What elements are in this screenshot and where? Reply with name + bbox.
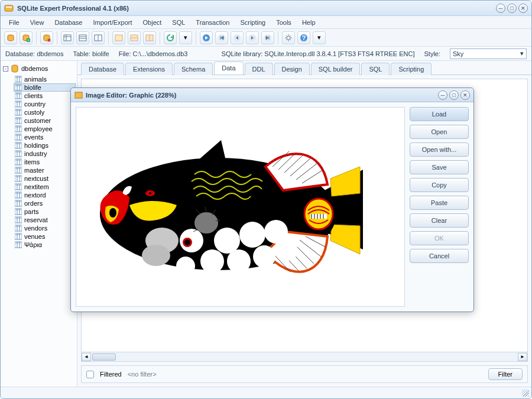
toolbar-table2[interactable] bbox=[76, 31, 89, 44]
menu-tools[interactable]: Tools bbox=[271, 17, 296, 28]
tab-design[interactable]: Design bbox=[274, 63, 310, 75]
tree-root[interactable]: - dbdemos bbox=[2, 63, 76, 74]
horizontal-scrollbar[interactable]: ◄ ► bbox=[82, 352, 527, 361]
menu-sql[interactable]: SQL bbox=[167, 17, 190, 28]
tab-ddl[interactable]: DDL bbox=[245, 63, 273, 75]
dialog-maximize-button[interactable]: □ bbox=[449, 90, 459, 100]
svg-rect-14 bbox=[115, 35, 122, 41]
dialog-copy-button[interactable]: Copy bbox=[410, 178, 469, 192]
tree-table-industry[interactable]: industry bbox=[14, 150, 76, 158]
svg-rect-9 bbox=[79, 35, 86, 41]
toolbar-view2[interactable] bbox=[128, 31, 141, 44]
toolbar-last[interactable] bbox=[261, 31, 274, 44]
dialog-cancel-button[interactable]: Cancel bbox=[410, 249, 469, 263]
toolbar-remove-db[interactable] bbox=[40, 31, 53, 44]
toolbar-help[interactable]: ? bbox=[297, 31, 310, 44]
svg-point-142 bbox=[214, 228, 240, 254]
menu-file[interactable]: File bbox=[4, 17, 24, 28]
svg-point-24 bbox=[287, 36, 290, 40]
style-dropdown[interactable]: Sky ▾ bbox=[450, 48, 527, 59]
window-buttons: ─ □ ✕ bbox=[496, 4, 528, 13]
menu-help[interactable]: Help bbox=[297, 17, 320, 28]
toolbar-refresh[interactable] bbox=[164, 31, 177, 44]
tree-table-Ψάρια[interactable]: Ψάρια bbox=[14, 241, 76, 249]
svg-rect-73 bbox=[15, 167, 22, 169]
tree-table-vendors[interactable]: vendors bbox=[14, 224, 76, 232]
filter-checkbox-label: Filtered bbox=[100, 371, 122, 378]
maximize-button[interactable]: □ bbox=[507, 4, 517, 13]
dialog-save-button[interactable]: Save bbox=[410, 160, 469, 174]
svg-rect-89 bbox=[15, 200, 22, 202]
toolbar-dropdown[interactable]: ▾ bbox=[313, 31, 326, 44]
dialog-open-with--button[interactable]: Open with... bbox=[410, 142, 469, 157]
menu-view[interactable]: View bbox=[25, 17, 49, 28]
tab-database[interactable]: Database bbox=[81, 63, 124, 75]
tree-table-clients[interactable]: clients bbox=[14, 92, 76, 100]
dialog-load-button[interactable]: Load bbox=[410, 107, 469, 121]
dialog-paste-button[interactable]: Paste bbox=[410, 196, 469, 210]
toolbar-first[interactable] bbox=[215, 31, 228, 44]
tree-table-custoly[interactable]: custoly bbox=[14, 108, 76, 116]
menu-transaction[interactable]: Transaction bbox=[191, 17, 234, 28]
minimize-button[interactable]: ─ bbox=[496, 4, 505, 13]
toolbar-play[interactable] bbox=[200, 31, 213, 44]
toolbar-table1[interactable] bbox=[61, 31, 74, 44]
tab-data[interactable]: Data bbox=[214, 61, 243, 74]
tab-scripting[interactable]: Scripting bbox=[391, 63, 432, 75]
close-button[interactable]: ✕ bbox=[518, 4, 528, 13]
tree-table-holdings[interactable]: holdings bbox=[14, 141, 76, 150]
tree-table-venues[interactable]: venues bbox=[14, 232, 76, 241]
toolbar-table3[interactable] bbox=[92, 31, 105, 44]
tree-table-employee[interactable]: employee bbox=[14, 125, 76, 133]
tree-table-nextord[interactable]: nextord bbox=[14, 191, 76, 199]
toolbar-open-db[interactable] bbox=[20, 31, 33, 44]
filter-button[interactable]: Filter bbox=[488, 368, 523, 380]
menu-import-export[interactable]: Import/Export bbox=[88, 17, 137, 28]
tree-table-nextcust[interactable]: nextcust bbox=[14, 174, 76, 183]
tree-table-customer[interactable]: customer bbox=[14, 116, 76, 125]
menu-database[interactable]: Database bbox=[50, 17, 87, 28]
tree-table-animals[interactable]: animals bbox=[14, 75, 76, 83]
toolbar-drop[interactable]: ▾ bbox=[179, 31, 192, 44]
tree-table-master[interactable]: master bbox=[14, 166, 76, 174]
svg-point-146 bbox=[227, 249, 251, 273]
resize-grip[interactable] bbox=[522, 390, 529, 397]
tree-table-items[interactable]: items bbox=[14, 158, 76, 166]
info-style-label: Style: bbox=[424, 50, 440, 57]
toolbar-next[interactable] bbox=[246, 31, 259, 44]
tab-sql[interactable]: SQL bbox=[361, 63, 390, 75]
tree-table-country[interactable]: country bbox=[14, 100, 76, 108]
menu-scripting[interactable]: Scripting bbox=[235, 17, 270, 28]
scroll-left-icon[interactable]: ◄ bbox=[82, 353, 91, 361]
scroll-thumb[interactable] bbox=[92, 353, 116, 361]
tree-table-events[interactable]: events bbox=[14, 133, 76, 141]
tree-table-parts[interactable]: parts bbox=[14, 207, 76, 216]
style-value: Sky bbox=[453, 50, 463, 57]
filter-checkbox[interactable] bbox=[86, 371, 94, 378]
toolbar-new-db[interactable] bbox=[4, 31, 17, 44]
dialog-minimize-button[interactable]: ─ bbox=[438, 90, 447, 100]
svg-point-127 bbox=[109, 208, 116, 218]
svg-rect-81 bbox=[15, 184, 22, 186]
tree-table-orders[interactable]: orders bbox=[14, 199, 76, 207]
tree-collapse-icon[interactable]: - bbox=[3, 66, 8, 72]
tree-table-reservat[interactable]: reservat bbox=[14, 216, 76, 224]
toolbar-prev[interactable] bbox=[231, 31, 244, 44]
tree-table-nextitem[interactable]: nextitem bbox=[14, 183, 76, 191]
window-title: SQLite Expert Professional 4.1 (x86) bbox=[17, 5, 496, 12]
toolbar-view1[interactable] bbox=[112, 31, 125, 44]
toolbar-settings[interactable] bbox=[282, 31, 295, 44]
tab-sql-builder[interactable]: SQL builder bbox=[311, 63, 361, 75]
image-canvas[interactable] bbox=[76, 107, 405, 307]
scroll-right-icon[interactable]: ► bbox=[518, 353, 527, 361]
menu-object[interactable]: Object bbox=[138, 17, 167, 28]
svg-point-129 bbox=[149, 192, 151, 194]
toolbar-view3[interactable] bbox=[143, 31, 156, 44]
tree-item-label: animals bbox=[24, 76, 47, 83]
tab-extensions[interactable]: Extensions bbox=[125, 63, 173, 75]
dialog-close-button[interactable]: ✕ bbox=[460, 90, 470, 100]
dialog-open-button[interactable]: Open bbox=[410, 125, 469, 139]
dialog-clear-button[interactable]: Clear bbox=[410, 213, 469, 228]
tree-table-biolife[interactable]: biolife bbox=[14, 83, 76, 92]
tab-schema[interactable]: Schema bbox=[174, 63, 213, 75]
